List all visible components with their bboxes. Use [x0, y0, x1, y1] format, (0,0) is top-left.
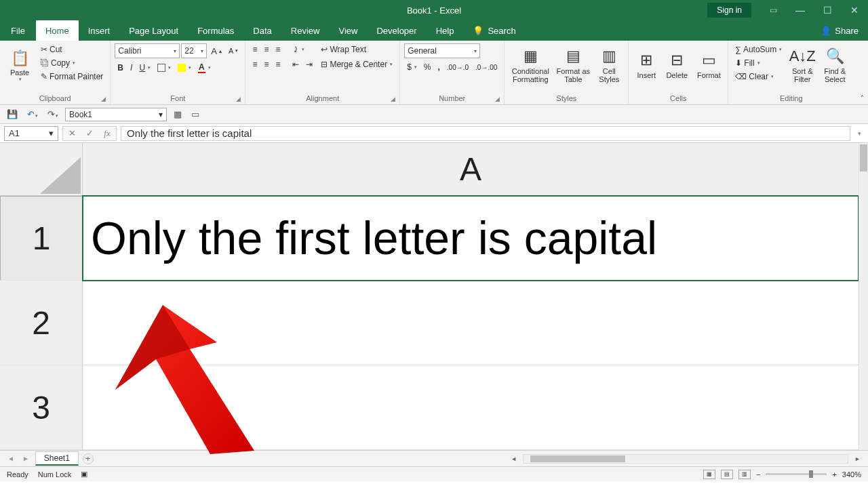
sheet-nav-next[interactable]: ► — [20, 455, 31, 462]
save-button[interactable]: 💾 — [4, 108, 20, 121]
indent-button[interactable]: ⇥ — [303, 58, 315, 70]
orientation-button[interactable]: ⤸▾ — [290, 43, 307, 56]
name-box[interactable]: A1▾ — [4, 126, 58, 141]
accounting-button[interactable]: $▾ — [404, 61, 420, 73]
border-button[interactable]: ▾ — [155, 62, 174, 74]
cancel-icon[interactable]: ✕ — [63, 128, 81, 138]
tab-data[interactable]: Data — [243, 20, 281, 41]
cell-a3[interactable] — [83, 365, 859, 450]
outdent-button[interactable]: ⇤ — [290, 58, 302, 70]
number-format-select[interactable]: General▾ — [404, 43, 480, 58]
tab-developer[interactable]: Developer — [367, 20, 426, 41]
shrink-font-button[interactable]: A▾ — [226, 45, 241, 57]
tab-formulas[interactable]: Formulas — [188, 20, 243, 41]
qat-view1[interactable]: ▦ — [171, 108, 184, 121]
macro-record-icon[interactable]: ▣ — [81, 470, 87, 479]
format-as-table-button[interactable]: ▤Format as Table — [555, 43, 591, 88]
align-center-button[interactable]: ≡ — [261, 58, 271, 70]
cut-button[interactable]: ✂Cut — [38, 43, 106, 56]
font-color-button[interactable]: A▾ — [195, 61, 214, 75]
expand-formula-bar[interactable]: ▾ — [854, 130, 864, 137]
format-cells-button[interactable]: ▭Format — [694, 43, 724, 88]
document-name-box[interactable]: Book1▾ — [65, 108, 167, 121]
row-header-1[interactable]: 1 — [0, 196, 83, 281]
hscroll-right[interactable]: ► — [852, 455, 863, 462]
launcher-icon[interactable]: ◢ — [101, 96, 106, 102]
signin-button[interactable]: Sign in — [707, 3, 751, 18]
column-header-a[interactable]: A — [83, 143, 859, 196]
qat-view2[interactable]: ▭ — [189, 108, 202, 121]
decrease-decimal-button[interactable]: .0→.00 — [473, 61, 500, 73]
align-middle-button[interactable]: ≡ — [261, 43, 271, 56]
paste-button[interactable]: 📋 Paste ▾ — [4, 43, 35, 88]
formula-input[interactable]: Only the first letter is capital — [121, 126, 850, 141]
sort-filter-button[interactable]: A↓ZSort & Filter — [787, 43, 817, 88]
cell-a2[interactable] — [83, 281, 859, 365]
vertical-scrollbar[interactable] — [859, 143, 868, 450]
view-pagelayout-button[interactable]: ▤ — [721, 470, 733, 479]
italic-button[interactable]: I — [127, 62, 135, 74]
align-bottom-button[interactable]: ≡ — [273, 43, 283, 56]
tab-pagelayout[interactable]: Page Layout — [119, 20, 188, 41]
fill-button[interactable]: ⬇Fill▾ — [732, 57, 785, 69]
autosum-button[interactable]: ∑AutoSum▾ — [732, 43, 785, 56]
ribbon-options-icon[interactable]: ▭ — [760, 0, 787, 20]
launcher-icon[interactable]: ◢ — [391, 96, 395, 102]
share-button[interactable]: 👤 Share — [811, 20, 868, 41]
zoom-out-button[interactable]: − — [756, 470, 760, 479]
insert-cells-button[interactable]: ⊞Insert — [633, 43, 660, 88]
fill-color-button[interactable]: ▾ — [175, 62, 194, 74]
horizontal-scrollbar[interactable] — [523, 454, 848, 464]
maximize-button[interactable]: ☐ — [814, 0, 841, 20]
row-header-3[interactable]: 3 — [0, 365, 83, 450]
tell-me[interactable]: 💡 Search — [463, 20, 525, 41]
grow-font-button[interactable]: A▴ — [208, 45, 224, 58]
close-button[interactable]: ✕ — [841, 0, 868, 20]
view-normal-button[interactable]: ▦ — [703, 470, 715, 479]
tab-view[interactable]: View — [329, 20, 367, 41]
minimize-button[interactable]: — — [787, 0, 814, 20]
underline-button[interactable]: U▾ — [136, 62, 153, 74]
bold-button[interactable]: B — [115, 62, 126, 74]
redo-button[interactable]: ↷▾ — [45, 108, 61, 121]
clear-button[interactable]: ⌫Clear▾ — [732, 70, 785, 83]
copy-button[interactable]: ⿻Copy▾ — [38, 57, 106, 69]
font-size-select[interactable]: 22▾ — [181, 43, 207, 58]
merge-center-button[interactable]: ⊟Merge & Center▾ — [318, 58, 395, 70]
align-right-button[interactable]: ≡ — [273, 58, 283, 70]
comma-button[interactable]: , — [435, 61, 442, 73]
percent-button[interactable]: % — [421, 61, 434, 73]
format-painter-button[interactable]: ✎Format Painter — [38, 70, 106, 83]
find-select-button[interactable]: 🔍Find & Select — [820, 43, 850, 88]
hscroll-left[interactable]: ◄ — [509, 455, 519, 462]
view-pagebreak-button[interactable]: ▥ — [738, 470, 751, 479]
select-all-corner[interactable] — [0, 143, 83, 196]
cell-a1[interactable]: Only the first letter is capital — [83, 196, 859, 281]
undo-button[interactable]: ↶▾ — [24, 108, 41, 121]
conditional-formatting-button[interactable]: ▦Conditional Formatting — [509, 43, 552, 88]
enter-icon[interactable]: ✓ — [81, 128, 98, 138]
launcher-icon[interactable]: ◢ — [236, 96, 241, 102]
launcher-icon[interactable]: ◢ — [495, 96, 500, 102]
font-name-select[interactable]: Calibri▾ — [115, 43, 180, 58]
tab-help[interactable]: Help — [427, 20, 464, 41]
cell-styles-button[interactable]: ▥Cell Styles — [594, 43, 624, 88]
align-top-button[interactable]: ≡ — [250, 43, 260, 56]
fx-icon[interactable]: fx — [98, 128, 116, 139]
collapse-ribbon-button[interactable]: ˄ — [861, 94, 864, 102]
increase-decimal-button[interactable]: .00→.0 — [444, 61, 471, 73]
zoom-level[interactable]: 340% — [842, 470, 861, 479]
row-header-2[interactable]: 2 — [0, 281, 83, 365]
zoom-in-button[interactable]: + — [832, 470, 836, 479]
tab-insert[interactable]: Insert — [79, 20, 120, 41]
add-sheet-button[interactable]: + — [83, 453, 94, 464]
wrap-text-button[interactable]: ↩Wrap Text — [318, 43, 395, 56]
sheet-tab-1[interactable]: Sheet1 — [35, 451, 79, 466]
sheet-nav-prev[interactable]: ◄ — [5, 455, 16, 462]
delete-cells-button[interactable]: ⊟Delete — [663, 43, 691, 88]
zoom-slider[interactable] — [766, 473, 827, 475]
tab-home[interactable]: Home — [36, 20, 79, 41]
tab-review[interactable]: Review — [281, 20, 330, 41]
tab-file[interactable]: File — [0, 20, 36, 41]
align-left-button[interactable]: ≡ — [250, 58, 260, 70]
